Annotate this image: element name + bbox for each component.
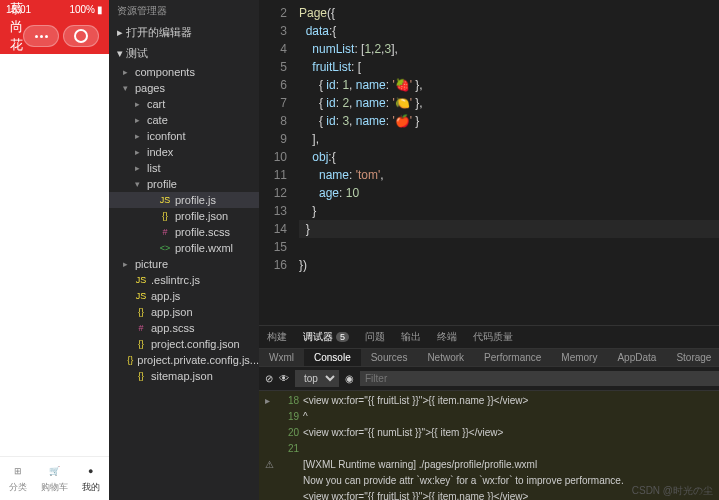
capsule-close[interactable] [63, 25, 99, 47]
console-toolbar: ⊘ 👁 top ◉ Default levels ▾ [259, 367, 719, 391]
clear-icon[interactable]: ⊘ [265, 373, 273, 384]
panel-tab[interactable]: 终端 [429, 326, 465, 348]
tree-node[interactable]: JSapp.js [109, 288, 259, 304]
panel-tab[interactable]: 调试器 [295, 326, 357, 348]
main-area: 2345678910111213141516 Page({ data:{ num… [259, 0, 719, 500]
tree-node[interactable]: JSprofile.js [109, 192, 259, 208]
tree-node[interactable]: {}profile.json [109, 208, 259, 224]
tree-node[interactable]: ▸📁picture [109, 256, 259, 272]
line-gutter: 2345678910111213141516 [259, 0, 295, 325]
devtools-tab[interactable]: Storage [666, 349, 719, 366]
panel-tab[interactable]: 构建 [259, 326, 295, 348]
tree-node[interactable]: ▸📁index [109, 144, 259, 160]
tree-node[interactable]: {}project.config.json [109, 336, 259, 352]
tree-node[interactable]: {}sitemap.json [109, 368, 259, 384]
tree-node[interactable]: {}app.json [109, 304, 259, 320]
filter-input[interactable] [360, 371, 719, 386]
devtools-tab[interactable]: Network [417, 349, 474, 366]
project-root[interactable]: ▾ 测试 [109, 43, 259, 64]
tree-node[interactable]: ▸📁cate [109, 112, 259, 128]
panel-tab[interactable]: 代码质量 [465, 326, 521, 348]
devtools-tab[interactable]: Wxml [259, 349, 304, 366]
sim-header: 慕尚花坊 [0, 18, 109, 54]
tabbar-item[interactable]: ●我的 [73, 457, 109, 500]
capsule-menu[interactable] [23, 25, 59, 47]
simulator: 15:01 100% ▮ 慕尚花坊 ⊞分类🛒购物车●我的 [0, 0, 109, 500]
bottom-panel: 构建调试器问题输出终端代码质量 WxmlConsoleSourcesNetwor… [259, 325, 719, 500]
tabbar-item[interactable]: 🛒购物车 [36, 457, 72, 500]
sim-tabbar: ⊞分类🛒购物车●我的 [0, 456, 109, 500]
devtools-tab[interactable]: Performance [474, 349, 551, 366]
watermark: CSDN @时光の尘 [632, 484, 713, 498]
devtools-tab[interactable]: AppData [607, 349, 666, 366]
explorer-title: 资源管理器 [109, 0, 259, 22]
tree-node[interactable]: <>profile.wxml [109, 240, 259, 256]
sim-body [0, 54, 109, 456]
tree-node[interactable]: #app.scss [109, 320, 259, 336]
tree-node[interactable]: ▾📁profile [109, 176, 259, 192]
eye-icon[interactable]: 👁 [279, 373, 289, 384]
panel-tab[interactable]: 问题 [357, 326, 393, 348]
tree-node[interactable]: #profile.scss [109, 224, 259, 240]
devtools-tab[interactable]: Console [304, 349, 361, 366]
scope-select[interactable]: top [295, 370, 339, 387]
tabbar-item[interactable]: ⊞分类 [0, 457, 36, 500]
filter-icon[interactable]: ◉ [345, 373, 354, 384]
devtools-tab[interactable]: Memory [551, 349, 607, 366]
tree-node[interactable]: ▸📁components [109, 64, 259, 80]
sim-battery: 100% ▮ [69, 4, 103, 15]
explorer: 资源管理器 ▸ 打开的编辑器 ▾ 测试 ▸📁components▾📁pages▸… [109, 0, 259, 500]
editor[interactable]: 2345678910111213141516 Page({ data:{ num… [259, 0, 719, 325]
tree-node[interactable]: ▾📁pages [109, 80, 259, 96]
tree-node[interactable]: {}project.private.config.js... [109, 352, 259, 368]
devtools-tab[interactable]: Sources [361, 349, 418, 366]
tree-node[interactable]: ▸📁list [109, 160, 259, 176]
file-tree: ▸📁components▾📁pages▸📁cart▸📁cate▸📁iconfon… [109, 64, 259, 500]
tree-node[interactable]: ▸📁cart [109, 96, 259, 112]
panel-tabs: 构建调试器问题输出终端代码质量 [259, 326, 719, 349]
code-area[interactable]: Page({ data:{ numList: [1,2,3], fruitLis… [295, 0, 719, 325]
tree-node[interactable]: ▸📁iconfont [109, 128, 259, 144]
devtools-tabs: WxmlConsoleSourcesNetworkPerformanceMemo… [259, 349, 719, 367]
open-editors[interactable]: ▸ 打开的编辑器 [109, 22, 259, 43]
tree-node[interactable]: JS.eslintrc.js [109, 272, 259, 288]
panel-tab[interactable]: 输出 [393, 326, 429, 348]
